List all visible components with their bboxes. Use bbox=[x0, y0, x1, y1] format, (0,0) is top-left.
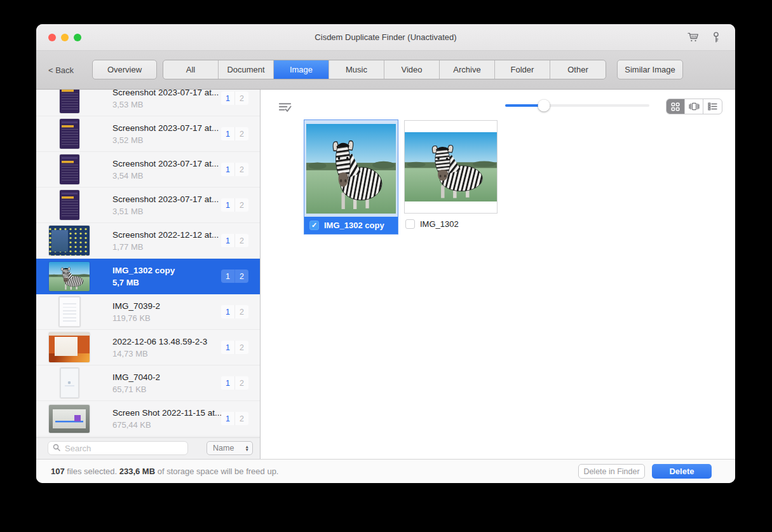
group-count-badge: 1 bbox=[221, 163, 234, 176]
sort-by-select[interactable]: Name ▲▼ bbox=[207, 441, 253, 455]
overview-button[interactable]: Overview bbox=[92, 60, 157, 79]
cart-icon[interactable] bbox=[687, 31, 700, 44]
duplicate-count-badges: 1 2 bbox=[221, 127, 248, 140]
zoom-button[interactable] bbox=[74, 34, 81, 41]
grid-view-button[interactable] bbox=[667, 99, 685, 114]
file-size: 119,76 KB bbox=[112, 313, 221, 323]
file-thumbnail bbox=[49, 332, 90, 362]
list-item[interactable]: Screen Shot 2022-11-15 at... 675,44 KB 1… bbox=[36, 401, 260, 437]
file-name: IMG_1302 bbox=[420, 219, 459, 229]
list-item[interactable]: 2022-12-06 13.48.59-2-3 14,73 MB 1 2 bbox=[36, 330, 260, 365]
file-name: 2022-12-06 13.48.59-2-3 bbox=[112, 337, 221, 346]
file-name: IMG_7040-2 bbox=[112, 372, 221, 382]
group-count-badge: 1 bbox=[221, 234, 234, 247]
similar-image-button[interactable]: Similar Image bbox=[617, 60, 683, 79]
coverflow-view-button[interactable] bbox=[685, 99, 703, 114]
file-type-segmented-control: All Document Image Music Video Archive F… bbox=[163, 60, 606, 79]
app-window: Cisdem Duplicate Finder (Unactivated) < … bbox=[36, 24, 735, 483]
file-size: 3,52 MB bbox=[112, 135, 221, 145]
file-name: IMG_7039-2 bbox=[112, 301, 221, 311]
group-count-badge: 1 bbox=[221, 198, 234, 212]
search-field[interactable] bbox=[48, 441, 188, 455]
search-input[interactable] bbox=[64, 443, 183, 454]
file-thumbnail bbox=[49, 190, 90, 220]
sort-by-value: Name bbox=[213, 444, 234, 453]
file-thumbnail bbox=[49, 226, 90, 256]
copy-count-badge: 2 bbox=[234, 305, 248, 318]
traffic-lights bbox=[48, 24, 81, 50]
minimize-button[interactable] bbox=[61, 34, 69, 41]
file-name: Screenshot 2023-07-17 at... bbox=[112, 90, 221, 97]
group-count-badge: 1 bbox=[221, 412, 234, 425]
delete-button[interactable]: Delete bbox=[652, 464, 712, 479]
list-item[interactable]: Screenshot 2023-07-17 at... 3,51 MB 1 2 bbox=[36, 188, 260, 223]
filter-segment-all[interactable]: All bbox=[163, 60, 219, 79]
photo-thumbnail bbox=[404, 120, 498, 214]
status-text: 107 files selected. 233,6 MB of storage … bbox=[51, 467, 278, 476]
file-size: 3,51 MB bbox=[112, 207, 221, 216]
search-icon bbox=[53, 442, 60, 454]
copy-count-badge: 2 bbox=[234, 341, 248, 354]
file-size: 14,73 MB bbox=[112, 349, 221, 358]
duplicate-list-sidebar: Screenshot 2023-07-17 at... 3,53 MB 1 2 … bbox=[36, 90, 261, 459]
duplicate-count-badges: 1 2 bbox=[221, 376, 248, 390]
copy-count-badge: 2 bbox=[234, 412, 248, 425]
duplicate-count-badges: 1 2 bbox=[221, 412, 248, 425]
group-count-badge: 1 bbox=[221, 92, 234, 105]
select-all-icon[interactable] bbox=[278, 100, 292, 117]
filter-segment-archive[interactable]: Archive bbox=[440, 60, 495, 79]
file-name: IMG_1302 copy bbox=[112, 266, 221, 275]
filter-segment-image[interactable]: Image bbox=[274, 60, 329, 79]
file-size: 675,44 KB bbox=[112, 420, 221, 430]
group-count-badge: 1 bbox=[221, 376, 234, 390]
filter-segment-folder[interactable]: Folder bbox=[495, 60, 550, 79]
list-item[interactable]: IMG_7040-2 65,71 KB 1 2 bbox=[36, 365, 260, 401]
filter-segment-other[interactable]: Other bbox=[550, 60, 606, 79]
window-title: Cisdem Duplicate Finder (Unactivated) bbox=[315, 32, 456, 42]
selected-count: 107 bbox=[51, 467, 65, 476]
photo-thumbnail bbox=[304, 120, 398, 217]
close-button[interactable] bbox=[48, 34, 56, 41]
list-item-selected[interactable]: IMG_1302 copy 5,7 MB 1 2 bbox=[36, 259, 260, 294]
file-size: 3,53 MB bbox=[112, 100, 221, 109]
list-item[interactable]: Screenshot 2023-07-17 at... 3,53 MB 1 2 bbox=[36, 90, 260, 116]
file-checkbox[interactable] bbox=[309, 221, 319, 230]
sidebar-search-row: Name ▲▼ bbox=[36, 437, 260, 459]
thumbnail-size-slider[interactable] bbox=[505, 104, 649, 107]
copy-count-badge: 2 bbox=[234, 92, 248, 105]
duplicate-thumbnails-grid: IMG_1302 copy IMG_1302 bbox=[304, 119, 498, 235]
group-count-badge: 1 bbox=[221, 269, 234, 283]
list-view-button[interactable] bbox=[703, 99, 722, 114]
list-item[interactable]: Screenshot 2023-07-17 at... 3,54 MB 1 2 bbox=[36, 152, 260, 188]
filter-segment-music[interactable]: Music bbox=[329, 60, 384, 79]
list-item[interactable]: Screenshot 2022-12-12 at... 1,77 MB 1 2 bbox=[36, 223, 260, 259]
filter-segment-video[interactable]: Video bbox=[384, 60, 440, 79]
zoom-slider-knob[interactable] bbox=[538, 100, 550, 112]
group-count-badge: 1 bbox=[221, 127, 234, 140]
status-bar: 107 files selected. 233,6 MB of storage … bbox=[36, 459, 735, 483]
delete-in-finder-button[interactable]: Delete in Finder bbox=[578, 464, 645, 479]
freed-size: 233,6 MB bbox=[119, 467, 155, 476]
group-count-badge: 1 bbox=[221, 341, 234, 354]
file-name: IMG_1302 copy bbox=[324, 221, 384, 230]
duplicate-detail-pane: IMG_1302 copy IMG_1302 bbox=[261, 90, 735, 459]
filter-segment-document[interactable]: Document bbox=[219, 60, 274, 79]
list-item[interactable]: Screenshot 2023-07-17 at... 3,52 MB 1 2 bbox=[36, 116, 260, 152]
duplicate-count-badges: 1 2 bbox=[221, 92, 248, 105]
file-size: 3,54 MB bbox=[112, 171, 221, 181]
copy-count-badge: 2 bbox=[234, 127, 248, 140]
duplicate-count-badges: 1 2 bbox=[221, 163, 248, 176]
file-checkbox[interactable] bbox=[405, 219, 415, 229]
file-thumbnail bbox=[49, 90, 90, 113]
title-bar: Cisdem Duplicate Finder (Unactivated) bbox=[36, 24, 735, 51]
file-thumbnail bbox=[49, 405, 90, 433]
duplicate-count-badges: 1 2 bbox=[221, 198, 248, 212]
key-icon[interactable] bbox=[710, 31, 722, 44]
list-item[interactable]: IMG_7039-2 119,76 KB 1 2 bbox=[36, 294, 260, 330]
back-button[interactable]: < Back bbox=[48, 51, 74, 89]
thumbnail-card[interactable]: IMG_1302 copy bbox=[304, 119, 398, 235]
file-thumbnail bbox=[49, 119, 90, 149]
duplicate-count-badges: 1 2 bbox=[221, 341, 248, 354]
file-thumbnail bbox=[49, 368, 90, 398]
thumbnail-card[interactable]: IMG_1302 bbox=[403, 119, 498, 235]
